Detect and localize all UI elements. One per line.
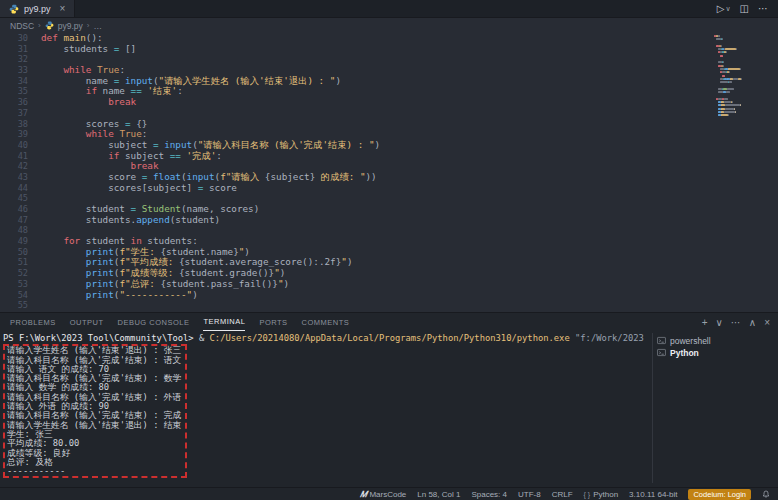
panel-tab-problems[interactable]: PROBLEMS: [10, 313, 56, 331]
vscode-window: py9.py × ▷ ∨ ◫ ⋯ NDSC › py9.py › … 30def…: [0, 0, 778, 500]
minimap-line: [714, 48, 772, 50]
line-number[interactable]: 48: [0, 225, 28, 236]
line-number[interactable]: 42: [0, 161, 28, 172]
minimap-line: [714, 81, 772, 83]
line-number[interactable]: 33: [0, 65, 28, 76]
encoding-status[interactable]: UTF-8: [518, 490, 541, 499]
code-text: scores[subject] = score: [41, 183, 237, 194]
run-dropdown-icon[interactable]: ∨: [725, 5, 730, 13]
code-line[interactable]: 54 print("-----------"): [0, 290, 778, 301]
panel-actions: +∨⋯∧×: [702, 313, 770, 331]
marscode-status-item[interactable]: 𝘔 MarsCode: [359, 489, 406, 500]
python-interpreter[interactable]: 3.10.11 64-bit: [629, 490, 677, 499]
line-number[interactable]: 38: [0, 119, 28, 130]
panel-tab-terminal[interactable]: TERMINAL: [203, 313, 245, 331]
code-text: students = []: [41, 44, 136, 55]
code-line[interactable]: 47 students.append(student): [0, 215, 778, 226]
close-panel-icon[interactable]: ×: [764, 317, 770, 328]
run-button[interactable]: ▷ ∨: [717, 3, 731, 14]
line-number[interactable]: 54: [0, 290, 28, 301]
cursor-position[interactable]: Ln 58, Col 1: [417, 490, 460, 499]
line-number[interactable]: 52: [0, 268, 28, 279]
line-number[interactable]: 35: [0, 86, 28, 97]
editor-more-actions-icon[interactable]: ⋯: [758, 3, 768, 14]
code-text: students.append(student): [41, 215, 220, 226]
editor-actions: ▷ ∨ ◫ ⋯: [717, 0, 778, 17]
breadcrumb: NDSC › py9.py › …: [0, 19, 778, 32]
maximize-panel-icon[interactable]: ∧: [749, 317, 756, 328]
breadcrumb-file[interactable]: py9.py: [58, 21, 83, 31]
codeium-login-button[interactable]: Codeium: Login: [688, 489, 751, 500]
line-number[interactable]: 32: [0, 54, 28, 65]
line-number[interactable]: 36: [0, 97, 28, 108]
breadcrumb-symbol[interactable]: …: [93, 21, 102, 31]
minimap-line: [714, 108, 772, 110]
terminal-session-powershell[interactable]: powershell: [657, 335, 778, 347]
panel-tab-ports[interactable]: PORTS: [259, 313, 287, 331]
tab-label: py9.py: [24, 4, 51, 14]
line-number[interactable]: 44: [0, 183, 28, 194]
minimap-line: [714, 111, 772, 113]
minimap-line: [714, 71, 772, 73]
minimap-line: [714, 58, 772, 60]
launch-profile-chevron-icon[interactable]: ∨: [716, 317, 723, 328]
terminal-output[interactable]: PS F:\Work\2023 Tool\Community\Tool> & C…: [3, 334, 648, 484]
code-body: 30def main():31 students = []3233 while …: [0, 33, 778, 311]
run-icon: ▷: [717, 3, 725, 14]
line-number[interactable]: 55: [0, 300, 28, 311]
line-number[interactable]: 46: [0, 204, 28, 215]
panel-tab-debug-console[interactable]: DEBUG CONSOLE: [118, 313, 190, 331]
code-line[interactable]: 36 break: [0, 97, 778, 108]
terminal-command-line: PS F:\Work\2023 Tool\Community\Tool> & C…: [3, 334, 648, 343]
split-editor-icon[interactable]: ◫: [740, 3, 749, 14]
breadcrumb-separator: ›: [38, 21, 41, 30]
minimap-line: [714, 45, 772, 47]
tab-close-icon[interactable]: ×: [60, 3, 66, 14]
language-label: Python: [593, 490, 618, 499]
line-number[interactable]: 45: [0, 193, 28, 204]
line-number[interactable]: 51: [0, 257, 28, 268]
more-actions-icon[interactable]: ⋯: [731, 317, 741, 328]
code-editor[interactable]: 30def main():31 students = []3233 while …: [0, 33, 778, 312]
line-number[interactable]: 37: [0, 108, 28, 119]
minimap-line: [714, 101, 772, 103]
code-line[interactable]: 31 students = []: [0, 44, 778, 55]
minimap-line: [714, 78, 772, 80]
panel-tab-comments[interactable]: COMMENTS: [302, 313, 350, 331]
line-number[interactable]: 53: [0, 279, 28, 290]
line-number[interactable]: 34: [0, 76, 28, 87]
line-number[interactable]: 39: [0, 129, 28, 140]
code-line[interactable]: 44 scores[subject] = score: [0, 183, 778, 194]
line-number[interactable]: 43: [0, 172, 28, 183]
marscode-logo-icon: 𝘔: [359, 489, 366, 500]
breadcrumb-folder[interactable]: NDSC: [10, 21, 34, 31]
terminal-prompt-line[interactable]: PS F:\Work\2023 Tool\Community\Tool>: [3, 478, 648, 484]
line-number[interactable]: 47: [0, 215, 28, 226]
minimap-line: [714, 117, 772, 119]
line-number[interactable]: 40: [0, 140, 28, 151]
new-terminal-icon[interactable]: +: [702, 317, 708, 328]
line-number[interactable]: 31: [0, 44, 28, 55]
tab-py9py[interactable]: py9.py ×: [0, 0, 75, 17]
eol-status[interactable]: CRLF: [552, 490, 573, 499]
code-text: break: [41, 97, 136, 108]
line-number[interactable]: 49: [0, 236, 28, 247]
line-number[interactable]: 41: [0, 151, 28, 162]
code-line[interactable]: 55: [0, 300, 778, 311]
session-label: powershell: [670, 336, 711, 346]
line-number[interactable]: 50: [0, 247, 28, 258]
panel-tab-output[interactable]: OUTPUT: [70, 313, 104, 331]
line-number[interactable]: 30: [0, 33, 28, 44]
indentation-status[interactable]: Spaces: 4: [471, 490, 507, 499]
minimap[interactable]: [714, 35, 772, 155]
minimap-line: [714, 94, 772, 96]
code-text: print("-----------"): [41, 290, 198, 301]
terminal-session-python[interactable]: Python: [657, 347, 778, 359]
minimap-line: [714, 55, 772, 57]
minimap-line: [714, 98, 772, 100]
minimap-line: [714, 91, 772, 93]
minimap-line: [714, 42, 772, 44]
minimap-line: [714, 88, 772, 90]
notifications-bell-icon[interactable]: [762, 490, 770, 499]
language-mode[interactable]: { } Python: [584, 490, 619, 499]
